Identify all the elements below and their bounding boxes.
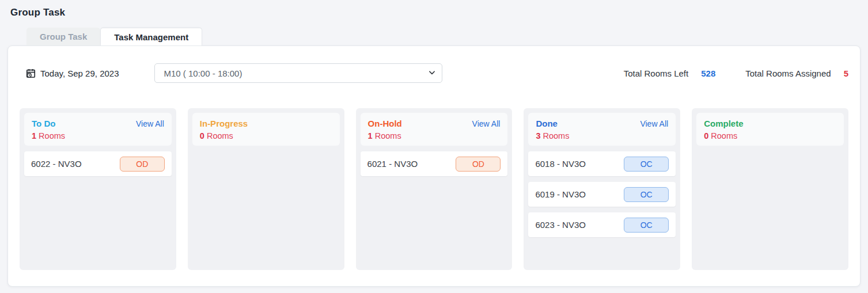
content-area: Group Task Task Management Today, Sep 29…: [7, 28, 861, 287]
room-count: 3 Rooms: [536, 131, 668, 140]
column-header-top: On-HoldView All: [368, 119, 501, 128]
status-badge[interactable]: OD: [456, 157, 501, 172]
room-label: 6018 - NV3O: [535, 159, 586, 169]
view-all-link[interactable]: View All: [136, 119, 164, 128]
kanban-column-complete: Complete0 Rooms: [692, 108, 848, 270]
page-title: Group Task: [10, 7, 65, 18]
column-header: On-HoldView All1 Rooms: [361, 113, 508, 146]
room-label: 6022 - NV3O: [31, 159, 82, 169]
column-header-top: Complete: [704, 119, 836, 128]
column-header: Complete0 Rooms: [696, 113, 844, 146]
total-rooms-left: Total Rooms Left 528: [624, 69, 716, 78]
room-label: 6021 - NV3O: [367, 159, 418, 169]
task-card[interactable]: 6022 - NV3OOD: [24, 151, 172, 176]
room-label: 6019 - NV3O: [535, 189, 586, 199]
view-all-link[interactable]: View All: [640, 119, 668, 128]
total-rooms-assigned-value: 5: [844, 69, 848, 78]
task-card[interactable]: 6019 - NV3OOC: [528, 182, 676, 207]
column-header-top: DoneView All: [536, 119, 668, 128]
room-label: 6023 - NV3O: [535, 220, 586, 230]
column-header-top: In-Progress: [200, 119, 332, 128]
task-management-panel: Today, Sep 29, 2023 M10 ( 10:00 - 18:00)…: [7, 45, 861, 287]
room-count-number: 3: [536, 131, 540, 140]
room-count: 0 Rooms: [704, 131, 836, 140]
column-header: In-Progress0 Rooms: [192, 113, 340, 146]
task-card[interactable]: 6023 - NV3OOC: [528, 212, 676, 237]
room-count: 0 Rooms: [200, 131, 332, 140]
room-count: 1 Rooms: [368, 131, 501, 140]
column-title: To Do: [32, 119, 55, 128]
column-title: In-Progress: [200, 119, 248, 128]
status-badge[interactable]: OD: [120, 157, 165, 172]
date-display: Today, Sep 29, 2023: [25, 68, 119, 79]
shift-select-wrap: M10 ( 10:00 - 18:00): [154, 63, 442, 83]
column-header-top: To DoView All: [32, 119, 164, 128]
kanban-column-done: DoneView All3 Rooms6018 - NV3OOC6019 - N…: [524, 108, 680, 270]
room-count-number: 1: [368, 131, 373, 140]
toolbar: Today, Sep 29, 2023 M10 ( 10:00 - 18:00)…: [20, 63, 848, 83]
totals: Total Rooms Left 528 Total Rooms Assigne…: [624, 69, 848, 78]
tab-task-management[interactable]: Task Management: [100, 28, 202, 45]
total-rooms-assigned: Total Rooms Assigned 5: [745, 69, 848, 78]
kanban-column-on-hold: On-HoldView All1 Rooms6021 - NV3OOD: [356, 108, 513, 270]
room-count-number: 0: [200, 131, 204, 140]
status-badge[interactable]: OC: [624, 187, 669, 202]
kanban-column-in-progress: In-Progress0 Rooms: [188, 108, 344, 270]
column-header: To DoView All1 Rooms: [24, 113, 172, 146]
column-header: DoneView All3 Rooms: [528, 113, 676, 146]
kanban-column-todo: To DoView All1 Rooms6022 - NV3OOD: [20, 108, 176, 270]
view-all-link[interactable]: View All: [472, 119, 501, 128]
page-header: Group Task: [0, 0, 868, 28]
column-title: Complete: [704, 119, 743, 128]
total-rooms-assigned-label: Total Rooms Assigned: [745, 69, 831, 78]
tab-bar: Group Task Task Management: [7, 28, 861, 45]
task-card[interactable]: 6021 - NV3OOD: [361, 151, 508, 176]
column-title: On-Hold: [368, 119, 402, 128]
room-count: 1 Rooms: [32, 131, 164, 140]
date-label: Today, Sep 29, 2023: [40, 69, 119, 78]
room-count-number: 0: [704, 131, 708, 140]
shift-select[interactable]: M10 ( 10:00 - 18:00): [154, 63, 442, 83]
status-badge[interactable]: OC: [624, 157, 669, 172]
kanban-board: To DoView All1 Rooms6022 - NV3OODIn-Prog…: [20, 108, 848, 270]
total-rooms-left-label: Total Rooms Left: [624, 69, 689, 78]
task-card[interactable]: 6018 - NV3OOC: [528, 151, 676, 176]
column-title: Done: [536, 119, 558, 128]
room-count-number: 1: [32, 131, 36, 140]
total-rooms-left-value: 528: [701, 69, 715, 78]
tab-group-task[interactable]: Group Task: [26, 28, 100, 45]
status-badge[interactable]: OC: [624, 218, 669, 233]
calendar-clock-icon: [25, 68, 36, 79]
